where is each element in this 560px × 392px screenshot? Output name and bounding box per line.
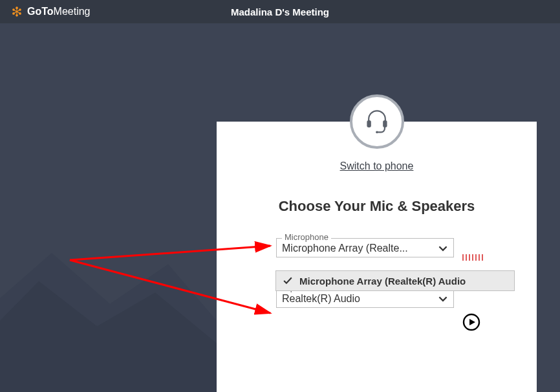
svg-point-13 (376, 131, 378, 134)
switch-to-phone-link[interactable]: Switch to phone (217, 160, 537, 172)
speakers-value: Realtek(R) Audio (282, 293, 360, 305)
microphone-dropdown-option[interactable]: Microphone Array (Realtek(R) Audio (275, 270, 515, 291)
chevron-down-icon (438, 243, 448, 254)
brand: GoToMeeting (10, 5, 91, 18)
brand-text: GoToMeeting (27, 6, 91, 17)
microphone-select[interactable]: Microphone Microphone Array (Realte... (276, 238, 454, 257)
mic-level-meter (462, 254, 483, 261)
panel-heading: Choose Your Mic & Speakers (217, 198, 537, 215)
audio-setup-panel: Switch to phone Choose Your Mic & Speake… (217, 122, 537, 392)
speakers-select[interactable]: Speakers Realtek(R) Audio (276, 289, 454, 308)
microphone-label: Microphone (282, 232, 331, 242)
check-icon (283, 276, 293, 286)
svg-rect-12 (383, 120, 387, 127)
play-icon (462, 313, 480, 334)
chevron-down-icon (438, 294, 448, 304)
svg-marker-10 (0, 281, 217, 392)
svg-marker-9 (0, 253, 217, 392)
svg-marker-15 (469, 319, 475, 325)
microphone-value: Microphone Array (Realte... (282, 243, 408, 254)
dropdown-option-label: Microphone Array (Realtek(R) Audio (299, 276, 466, 287)
gotomeeting-logo-icon (10, 5, 23, 18)
test-speaker-button[interactable] (462, 314, 480, 332)
headset-badge (350, 94, 404, 149)
title-bar: GoToMeeting Madalina D's Meeting (0, 0, 560, 23)
headset-icon (363, 106, 391, 137)
svg-rect-11 (367, 120, 371, 127)
